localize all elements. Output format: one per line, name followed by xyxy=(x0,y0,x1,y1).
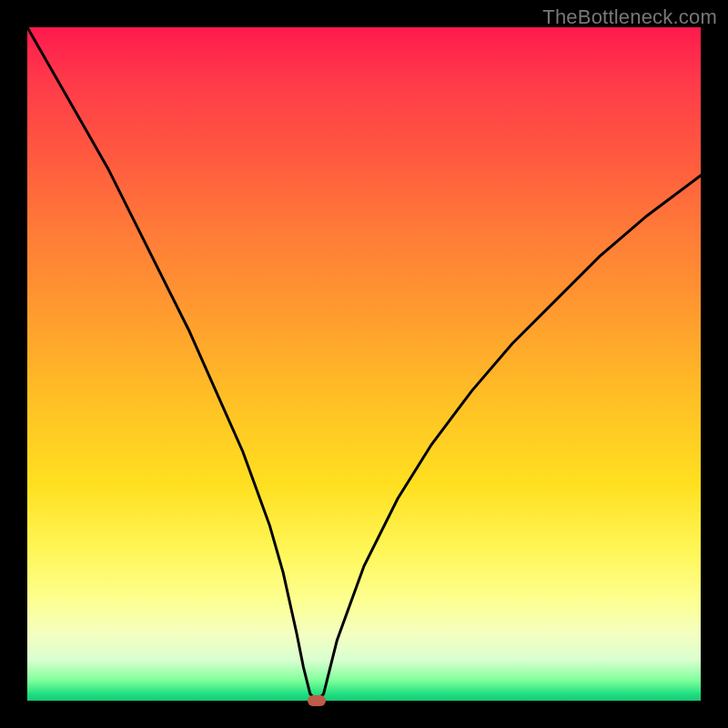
minimum-marker xyxy=(308,695,326,706)
curve-svg xyxy=(27,27,701,701)
chart-frame: TheBottleneck.com xyxy=(0,0,728,728)
watermark-text: TheBottleneck.com xyxy=(542,5,717,29)
bottleneck-curve-path xyxy=(27,27,701,701)
plot-area xyxy=(27,27,701,701)
